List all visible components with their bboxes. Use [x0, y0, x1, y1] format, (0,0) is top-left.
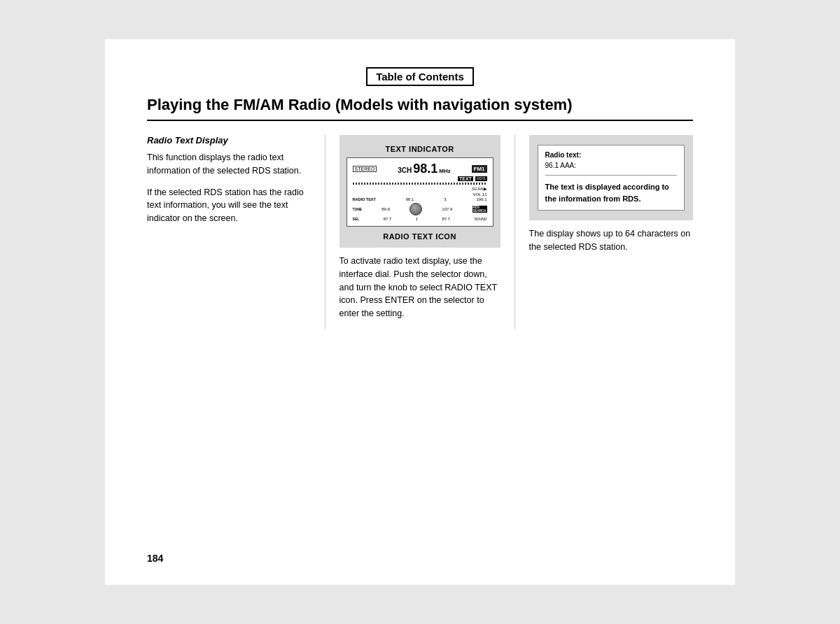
sel-label: SEL [353, 217, 360, 221]
rds-screen: Radio text: 96.1 AAA: The text is displa… [538, 145, 685, 211]
right-para: The display shows up to 64 characters on… [529, 227, 693, 254]
vol-label: VOL 11 [472, 192, 486, 197]
freq-ch: 3CH [398, 166, 412, 174]
rds-screen-title: Radio text: [545, 151, 677, 159]
rds-message: The text is displayed according to the i… [545, 181, 677, 204]
radio-diagram: TEXT INDICATOR STEREO 3CH 98.1 MHz FM1 T… [340, 135, 500, 248]
section-title: Radio Text Display [147, 135, 311, 146]
knob-icon [410, 203, 422, 215]
diagram-top-label: TEXT INDICATOR [346, 145, 493, 153]
radio-text-icon: RADIO TEXT [353, 197, 376, 201]
para-1: This function displays the radio text in… [147, 151, 311, 178]
rds-search-badge: RDSSEARCH [472, 206, 487, 213]
center-column: TEXT INDICATOR STEREO 3CH 98.1 MHz FM1 T… [326, 135, 515, 329]
rds-station: 96.1 AAA: [545, 162, 677, 169]
freq-sub: MHz [439, 168, 450, 174]
freq-main: 98.1 [413, 162, 438, 175]
divider [545, 175, 677, 176]
page-number: 184 [147, 553, 163, 564]
diagram-bottom-label: RADIO TEXT ICON [346, 232, 493, 241]
center-para: To activate radio text display, use the … [340, 255, 500, 320]
tune-label: TUNE [353, 207, 363, 211]
sound-label: SOUND [474, 217, 486, 221]
data-row-1: RADIO TEXT 98.1 3 106.1 [353, 197, 487, 201]
data-row-3: SEL 87.7 1 87.7 SOUND [353, 217, 487, 221]
toc-button[interactable]: Table of Contents [366, 67, 474, 86]
text-badge: TEXT [458, 176, 473, 181]
page-title: Playing the FM/AM Radio (Models with nav… [147, 96, 693, 121]
right-column: Radio text: 96.1 AAA: The text is displa… [515, 135, 693, 329]
left-column: Radio Text Display This function display… [147, 135, 326, 329]
fm1-badge: FM1 [472, 165, 487, 173]
stereo-label: STEREO [353, 166, 377, 172]
page: Table of Contents Playing the FM/AM Radi… [105, 39, 735, 585]
signal-bar [353, 183, 487, 185]
freq-display: 3CH 98.1 MHz [398, 162, 451, 175]
radio-screen: STEREO 3CH 98.1 MHz FM1 TEXT RDS [346, 157, 493, 227]
rds-display-box: Radio text: 96.1 AAA: The text is displa… [529, 135, 693, 220]
para-2: If the selected RDS station has the radi… [147, 186, 311, 225]
content-area: Radio Text Display This function display… [147, 135, 693, 329]
rds-badge: RDS [475, 176, 487, 181]
scan-label: SCAN▶ [472, 186, 487, 191]
